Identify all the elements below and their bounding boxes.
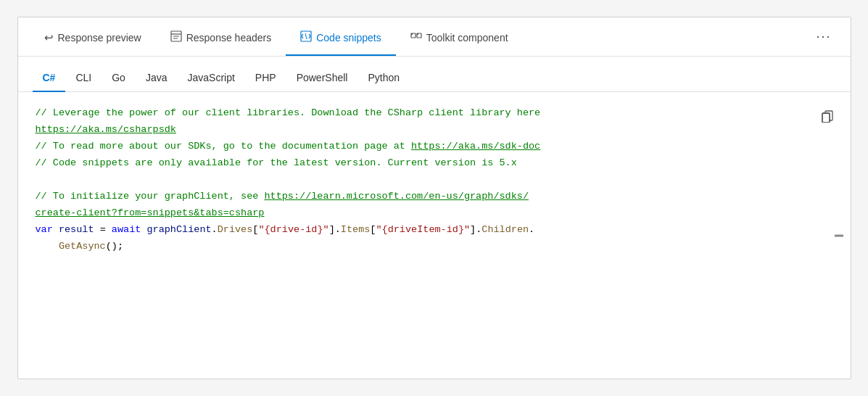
more-options-button[interactable]: ···	[809, 17, 838, 56]
link-csharpsdk[interactable]: https://aka.ms/csharpsdk	[36, 124, 176, 135]
toolkit-component-label: Toolkit component	[426, 32, 508, 44]
main-panel: ↩ Response preview Response headers	[17, 17, 851, 379]
lang-tab-javascript[interactable]: JavaScript	[177, 66, 244, 92]
code-snippets-label: Code snippets	[316, 32, 381, 44]
lang-tab-go[interactable]: Go	[102, 66, 136, 92]
response-headers-label: Response headers	[186, 32, 272, 44]
response-preview-label: Response preview	[58, 32, 141, 44]
lang-tab-csharp[interactable]: C#	[33, 66, 66, 92]
top-tab-bar: ↩ Response preview Response headers	[18, 17, 851, 57]
toolkit-icon	[410, 30, 422, 44]
link-sdk-doc[interactable]: https://aka.ms/sdk-doc	[411, 141, 540, 152]
tab-response-preview[interactable]: ↩ Response preview	[30, 20, 156, 56]
scroll-indicator	[835, 234, 843, 236]
lang-javascript-label: JavaScript	[187, 72, 234, 83]
lang-tab-python[interactable]: Python	[357, 66, 410, 92]
lang-cli-label: CLI	[75, 72, 91, 83]
lang-tab-powershell[interactable]: PowerShell	[286, 66, 358, 92]
tab-toolkit-component[interactable]: Toolkit component	[396, 19, 523, 56]
lang-tab-php[interactable]: PHP	[245, 66, 286, 92]
svg-rect-11	[822, 113, 830, 123]
code-block: // Leverage the power of our client libr…	[36, 105, 833, 255]
language-tab-bar: C# CLI Go Java JavaScript PHP PowerShell…	[18, 57, 851, 92]
lang-csharp-label: C#	[43, 72, 56, 83]
response-headers-icon	[170, 30, 182, 44]
link-create-client-2[interactable]: create-client?from=snippets&tabs=csharp	[36, 207, 265, 218]
svg-line-5	[305, 33, 307, 39]
lang-powershell-label: PowerShell	[297, 72, 348, 83]
lang-java-label: Java	[146, 72, 168, 83]
copy-button[interactable]	[817, 105, 838, 125]
tab-response-headers[interactable]: Response headers	[156, 19, 286, 56]
lang-python-label: Python	[368, 72, 400, 83]
code-snippets-icon	[300, 30, 312, 44]
lang-php-label: PHP	[255, 72, 276, 83]
tab-code-snippets[interactable]: Code snippets	[286, 19, 396, 56]
code-area: // Leverage the power of our client libr…	[18, 92, 851, 379]
lang-tab-java[interactable]: Java	[136, 66, 178, 92]
lang-go-label: Go	[112, 72, 125, 83]
response-preview-icon: ↩	[44, 31, 54, 44]
svg-rect-9	[417, 33, 418, 35]
link-create-client[interactable]: https://learn.microsoft.com/en-us/graph/…	[264, 191, 529, 202]
lang-tab-cli[interactable]: CLI	[65, 66, 102, 92]
svg-rect-8	[411, 33, 413, 35]
